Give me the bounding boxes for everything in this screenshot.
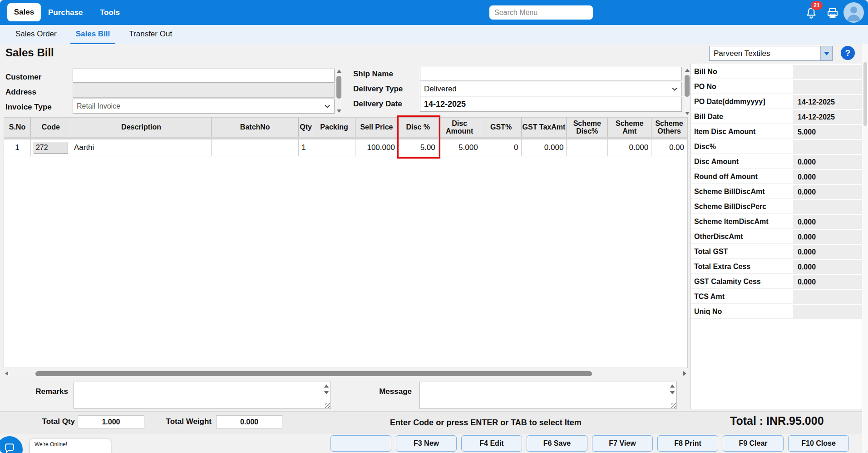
col-disc-pct[interactable]: Disc % [398,118,439,137]
scroll-down-arrow-icon[interactable] [670,391,675,394]
summary-value[interactable]: 0.000 [793,185,862,199]
menu-purchase[interactable]: Purchase [48,0,83,25]
print-button[interactable] [825,6,840,20]
scroll-down-arrow-icon[interactable] [324,391,329,394]
col-qty[interactable]: Qty [299,118,313,137]
customer-input[interactable] [73,69,335,83]
col-gst-pct[interactable]: GST% [481,118,522,137]
cell-sell-price[interactable]: 100.000 [355,139,398,156]
remarks-textarea[interactable] [74,382,321,408]
total-qty-input[interactable] [78,415,144,428]
blank-button[interactable] [330,435,391,452]
delivery-date-input[interactable] [420,97,682,112]
f8-print-button[interactable]: F8 Print [657,435,718,452]
summary-value[interactable] [793,80,862,94]
page-vertical-scrollbar[interactable] [862,44,868,453]
form-left-scrollbar[interactable] [335,68,342,114]
tab-transfer-out[interactable]: Transfer Out [123,25,178,44]
cell-packing[interactable] [313,139,355,156]
f10-close-button[interactable]: F10 Close [788,435,849,452]
summary-value[interactable]: 0.000 [793,215,862,229]
scroll-down-arrow-icon[interactable] [685,112,690,115]
cell-disc-amount[interactable]: 5.000 [439,139,481,156]
col-sell-price[interactable]: Sell Price [355,118,398,137]
summary-value[interactable]: 0.000 [793,245,862,259]
cell-gst-taxamt[interactable]: 0.000 [522,139,567,156]
cell-disc-pct[interactable]: 5.00 [398,139,439,156]
tab-sales-bill[interactable]: Sales Bill [70,25,116,44]
summary-value[interactable] [793,140,862,154]
scroll-up-arrow-icon[interactable] [324,384,329,388]
invoice-type-select[interactable]: Retail Invoice [73,99,335,114]
cell-code[interactable]: 272 [31,139,71,156]
scroll-up-arrow-icon[interactable] [670,384,675,388]
chat-launcher-button[interactable] [0,436,23,453]
delivery-type-select[interactable]: Delivered [420,82,682,96]
customer-label: Customer [5,73,41,82]
tab-sales-order[interactable]: Sales Order [10,25,62,44]
summary-value[interactable]: 0.000 [793,170,862,184]
summary-value[interactable]: 0.000 [793,275,862,289]
col-code[interactable]: Code [31,118,71,137]
cell-scheme-amt[interactable]: 0.000 [608,139,651,156]
col-packing[interactable]: Packing [313,118,355,137]
col-disc-amount[interactable]: Disc Amount [439,118,481,137]
scroll-left-arrow-icon[interactable] [5,371,8,376]
col-sno[interactable]: S.No [4,118,31,137]
table-row[interactable]: 1 272 Aarthi 1 100.000 5.00 5.000 0 0.00… [4,139,687,156]
total-weight-input[interactable] [216,415,282,428]
f9-clear-button[interactable]: F9 Clear [723,435,784,452]
form-mid-scrollbar[interactable] [684,67,690,117]
cell-qty[interactable]: 1 [299,139,313,156]
col-scheme-others[interactable]: Scheme Others [651,118,687,137]
f6-save-button[interactable]: F6 Save [527,435,587,452]
table-horizontal-scrollbar[interactable] [4,370,688,378]
scroll-right-arrow-icon[interactable] [683,371,686,376]
summary-value[interactable] [793,65,862,79]
message-textarea[interactable] [420,382,667,408]
summary-value[interactable] [793,200,862,214]
summary-value[interactable]: 14-12-2025 [793,95,862,109]
summary-value[interactable]: 14-12-2025 [793,110,862,124]
company-dropdown-button[interactable] [820,46,832,60]
f7-view-button[interactable]: F7 View [592,435,653,452]
col-description[interactable]: Description [71,118,212,137]
summary-row: Disc% [691,140,862,154]
resize-grip-icon[interactable] [671,403,676,408]
scrollbar-thumb[interactable] [685,75,690,97]
cell-scheme-disc-pct[interactable] [567,139,608,156]
cell-batchno[interactable] [212,139,299,156]
col-gst-taxamt[interactable]: GST TaxAmt [522,118,567,137]
resize-grip-icon[interactable] [325,403,330,408]
summary-value[interactable] [793,290,862,304]
cell-description[interactable]: Aarthi [71,139,212,156]
ship-name-input[interactable] [420,67,682,80]
company-selector[interactable]: Parveen Textiles [709,46,833,61]
chat-status-bubble[interactable]: We're Online! [30,439,111,453]
company-selector-value: Parveen Textiles [710,46,820,60]
col-scheme-amt[interactable]: Scheme Amt [608,118,651,137]
scroll-up-arrow-icon[interactable] [337,70,341,73]
scrollbar-thumb[interactable] [863,62,867,126]
search-input[interactable] [489,5,593,20]
f4-edit-button[interactable]: F4 Edit [461,435,522,452]
code-input[interactable]: 272 [34,142,68,154]
cell-gst-pct[interactable]: 0 [481,139,522,156]
scroll-up-arrow-icon[interactable] [685,69,690,72]
scrollbar-thumb[interactable] [35,371,592,376]
summary-value[interactable]: 0.000 [793,230,862,244]
col-batchno[interactable]: BatchNo [212,118,299,137]
cell-scheme-others[interactable]: 0.00 [651,139,687,156]
summary-value[interactable]: 5.000 [793,125,862,139]
menu-tools[interactable]: Tools [100,0,120,25]
summary-value[interactable] [793,305,862,319]
summary-value[interactable]: 0.000 [793,260,862,274]
user-avatar[interactable] [843,2,864,23]
help-button[interactable]: ? [840,45,856,61]
f3-new-button[interactable]: F3 New [396,435,457,452]
summary-value[interactable]: 0.000 [793,155,862,169]
menu-sales[interactable]: Sales [7,3,41,21]
col-scheme-disc-pct[interactable]: Scheme Disc% [567,118,608,137]
scroll-down-arrow-icon[interactable] [337,110,341,113]
scrollbar-thumb[interactable] [336,76,341,99]
